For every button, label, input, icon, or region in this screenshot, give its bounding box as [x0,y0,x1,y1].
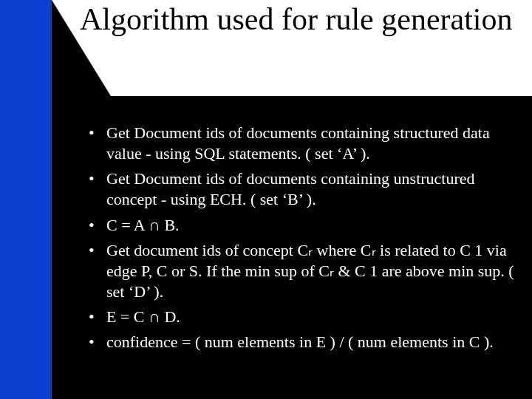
slide-body: Get Document ids of documents containing… [87,123,520,358]
bullet-list: Get Document ids of documents containing… [87,123,520,353]
bullet-text: Get Document ids of documents containing… [106,169,475,208]
list-item: Get Document ids of documents containing… [87,168,520,210]
list-item: E = C ∩ D. [87,307,520,327]
bullet-text: Get document ids of concept Cᵣ where Cᵣ … [106,241,514,301]
bullet-text: C = A ∩ B. [106,216,180,234]
bullet-text: E = C ∩ D. [106,307,180,326]
slide: Algorithm used for rule generation Get D… [0,0,532,399]
bullet-text: Get Document ids of documents containing… [106,123,490,163]
list-item: Get Document ids of documents containing… [87,123,520,164]
list-item: Get document ids of concept Cᵣ where Cᵣ … [87,240,520,302]
list-item: confidence = ( num elements in E ) / ( n… [87,332,520,352]
blue-side-band [0,0,52,399]
slide-title: Algorithm used for rule generation [80,3,523,36]
bullet-text: confidence = ( num elements in E ) / ( n… [106,332,494,351]
list-item: C = A ∩ B. [87,215,520,236]
